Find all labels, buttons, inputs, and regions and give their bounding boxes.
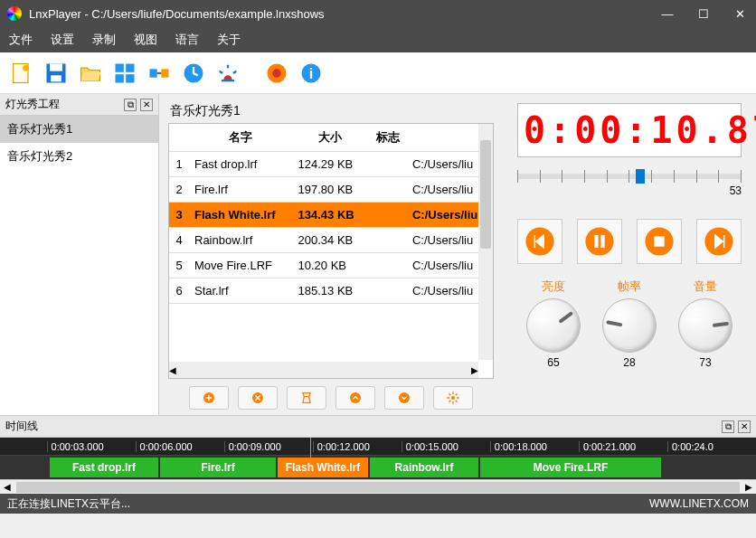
remove-button[interactable]	[238, 386, 278, 410]
playback-panel: 0:00:10.873 53 亮度 65 帧率 28	[503, 94, 756, 415]
project-panel-title: 灯光秀工程	[5, 97, 120, 112]
new-icon[interactable]	[7, 59, 36, 88]
status-message: 正在连接LINETX云平台...	[7, 496, 649, 512]
col-size[interactable]: 大小	[293, 124, 369, 152]
time-display: 0:00:10.873	[517, 103, 742, 157]
record-icon[interactable]	[262, 59, 291, 88]
table-vscrollbar[interactable]	[478, 124, 493, 360]
timeline-panel: 时间线 ⧉ ✕ 0:00:03.0000:00:06.0000:00:09.00…	[0, 415, 756, 494]
svg-rect-25	[600, 235, 604, 248]
svg-rect-11	[157, 71, 162, 73]
svg-rect-27	[654, 236, 664, 246]
open-icon[interactable]	[76, 59, 105, 88]
clock-icon[interactable]	[179, 59, 208, 88]
svg-rect-5	[116, 63, 124, 71]
menu-about[interactable]: 关于	[217, 32, 241, 48]
table-row[interactable]: 1Fast drop.lrf124.29 KBC:/Users/liu	[169, 152, 493, 177]
move-up-button[interactable]	[335, 386, 375, 410]
svg-point-23	[585, 227, 613, 255]
timeline-clip[interactable]: Rainbow.lrf	[370, 458, 478, 477]
show-list: 音乐灯光秀1音乐灯光秀2	[0, 116, 158, 415]
info-icon[interactable]: i	[297, 59, 326, 88]
table-hscrollbar[interactable]: ◀▶	[169, 362, 478, 378]
menu-settings[interactable]: 设置	[51, 32, 74, 48]
svg-point-21	[451, 396, 455, 400]
playlist-panel: 音乐灯光秀1 名字 大小 标志 1Fast drop.lrf124.29 KBC…	[159, 94, 503, 415]
move-down-button[interactable]	[384, 386, 424, 410]
connection-icon[interactable]	[145, 59, 174, 88]
svg-point-1	[23, 64, 29, 71]
grid-icon[interactable]	[110, 59, 139, 88]
stop-button[interactable]	[637, 219, 682, 264]
svg-rect-3	[50, 63, 62, 71]
table-row[interactable]: 5Move Fire.LRF10.20 KBC:/Users/liu	[169, 253, 493, 278]
project-panel: 灯光秀工程 ⧉ ✕ 音乐灯光秀1音乐灯光秀2	[0, 94, 159, 415]
playhead-icon[interactable]	[310, 438, 311, 465]
timeline-float-button[interactable]: ⧉	[722, 420, 734, 433]
table-row[interactable]: 4Rainbow.lrf200.34 KBC:/Users/liu	[169, 228, 493, 253]
volume-knob[interactable]: 音量 73	[669, 278, 742, 369]
minimize-button[interactable]: —	[658, 7, 676, 21]
status-url: WWW.LINETX.COM	[649, 497, 749, 510]
menu-record[interactable]: 录制	[92, 32, 116, 48]
add-button[interactable]	[189, 386, 229, 410]
timeline-clip[interactable]: Move Fire.LRF	[480, 458, 661, 477]
alarm-icon[interactable]	[213, 59, 242, 88]
app-icon	[7, 6, 22, 21]
col-name[interactable]: 名字	[189, 124, 293, 152]
progress-slider[interactable]: 53	[517, 174, 742, 197]
table-row[interactable]: 2Fire.lrf197.80 KBC:/Users/liu	[169, 177, 493, 203]
toolbar: i	[0, 52, 756, 94]
timeline-title: 时间线	[5, 419, 718, 434]
panel-close-button[interactable]: ✕	[140, 99, 153, 111]
menu-file[interactable]: 文件	[9, 32, 33, 48]
svg-point-19	[350, 392, 361, 403]
svg-rect-10	[161, 69, 168, 77]
statusbar: 正在连接LINETX云平台... WWW.LINETX.COM	[0, 494, 756, 514]
titlebar: LnxPlayer - C:/Users/liufe/Documents/exa…	[0, 0, 756, 27]
svg-rect-9	[150, 69, 157, 77]
menu-language[interactable]: 语言	[175, 32, 199, 48]
svg-rect-4	[51, 75, 61, 81]
show-item[interactable]: 音乐灯光秀2	[0, 143, 158, 170]
menubar: 文件 设置 录制 视图 语言 关于	[0, 27, 756, 52]
timeline-clip[interactable]: Fast drop.lrf	[50, 458, 158, 477]
svg-rect-8	[126, 74, 134, 82]
clear-button[interactable]	[287, 386, 326, 410]
maximize-button[interactable]: ☐	[695, 7, 713, 21]
timeline-clip[interactable]: Fire.lrf	[160, 458, 276, 477]
menu-view[interactable]: 视图	[134, 32, 157, 48]
svg-point-20	[399, 392, 410, 403]
playlist-table: 名字 大小 标志 1Fast drop.lrf124.29 KBC:/Users…	[168, 123, 494, 379]
timeline-clip[interactable]: Flash White.lrf	[278, 458, 368, 477]
fps-knob[interactable]: 帧率 28	[593, 278, 666, 369]
svg-rect-24	[594, 235, 598, 248]
svg-rect-6	[126, 63, 134, 71]
timeline-close-button[interactable]: ✕	[738, 420, 751, 433]
timeline-hscrollbar[interactable]: ◀▶	[0, 479, 756, 494]
svg-text:i: i	[309, 64, 314, 80]
table-row[interactable]: 6Star.lrf185.13 KBC:/Users/liu	[169, 278, 493, 304]
close-button[interactable]: ✕	[731, 7, 749, 21]
playlist-title: 音乐灯光秀1	[168, 99, 494, 123]
table-row[interactable]: 3Flash White.lrf134.43 KBC:/Users/liu	[169, 203, 493, 228]
timeline-track[interactable]: Fast drop.lrfFire.lrfFlash White.lrfRain…	[0, 456, 756, 479]
next-button[interactable]	[696, 219, 742, 264]
pause-button[interactable]	[577, 219, 622, 264]
settings-button[interactable]	[433, 386, 473, 410]
window-title: LnxPlayer - C:/Users/liufe/Documents/exa…	[29, 7, 658, 21]
panel-float-button[interactable]: ⧉	[124, 99, 137, 111]
show-item[interactable]: 音乐灯光秀1	[0, 116, 158, 143]
slider-value: 53	[517, 184, 742, 197]
svg-point-14	[272, 69, 280, 77]
col-flag[interactable]: 标志	[368, 124, 407, 152]
timeline-ruler[interactable]: 0:00:03.0000:00:06.0000:00:09.0000:00:12…	[0, 438, 756, 456]
save-icon[interactable]	[42, 59, 71, 88]
svg-rect-7	[116, 74, 124, 82]
prev-button[interactable]	[517, 219, 562, 264]
brightness-knob[interactable]: 亮度 65	[517, 278, 590, 369]
